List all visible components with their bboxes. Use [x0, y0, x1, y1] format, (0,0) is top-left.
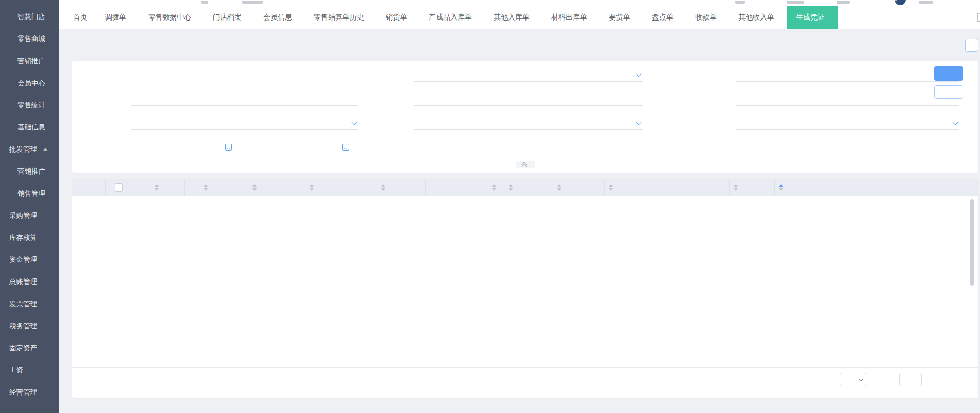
sidebar-item[interactable]: 智慧门店 — [0, 6, 59, 28]
sidebar-item[interactable]: 工资 — [0, 359, 59, 381]
per-page-select[interactable] — [840, 373, 866, 386]
column-header-code[interactable] — [343, 179, 426, 196]
sidebar-item-label: 智慧门店 — [17, 12, 45, 22]
tab[interactable]: 会员信息 — [255, 6, 305, 29]
project-picker[interactable] — [736, 68, 959, 82]
tab-label: 产成品入库单 — [429, 13, 472, 22]
sort-icon — [734, 184, 738, 191]
chevron-down-icon — [351, 119, 357, 125]
sidebar-item[interactable]: 经营管理 — [0, 381, 59, 403]
goods-picker[interactable] — [736, 92, 959, 106]
select-all-checkbox[interactable] — [106, 179, 132, 196]
sidebar-item-label: 会员中心 — [17, 79, 45, 88]
sidebar-item[interactable]: 批发管理 — [0, 138, 59, 160]
avatar[interactable] — [895, 0, 906, 5]
column-settings-button[interactable] — [72, 179, 106, 196]
column-header-merge[interactable] — [132, 179, 185, 196]
sidebar-item-label: 基础信息 — [17, 123, 45, 132]
service-icon[interactable] — [837, 1, 850, 4]
tab[interactable]: 门店档案 — [204, 6, 255, 29]
sidebar-item[interactable]: 采购管理 — [0, 204, 59, 227]
collapse-filters-button[interactable] — [516, 161, 535, 168]
app-download-icon[interactable] — [787, 1, 804, 4]
page-number-input[interactable] — [899, 373, 922, 386]
sidebar-item[interactable]: 基础信息 — [0, 116, 59, 138]
sidebar-item-label: 零售商城 — [17, 34, 45, 44]
tab-label: 要货单 — [609, 13, 630, 22]
column-header-docdate[interactable] — [775, 179, 978, 196]
sidebar-item[interactable]: 库存核算 — [0, 227, 59, 249]
employee-picker[interactable] — [131, 92, 358, 106]
doc-date-to-input[interactable] — [248, 141, 351, 154]
sidebar: 智慧门店 零售商城 营销推广 会员中心 零售统计 基础信息 批发管理 营销推广 … — [0, 0, 59, 413]
settings-button[interactable] — [934, 85, 963, 99]
sort-icon — [557, 184, 561, 191]
sidebar-item[interactable]: 销售管理 — [0, 182, 59, 204]
table-header — [72, 179, 978, 196]
sidebar-item[interactable]: 零售统计 — [0, 94, 59, 116]
tab[interactable]: 要货单 — [600, 6, 643, 29]
tab[interactable]: 生成凭证 — [787, 6, 838, 29]
tab[interactable]: 零售数据中心 — [139, 6, 204, 29]
tab-label: 生成凭证 — [796, 13, 825, 22]
writeoff-detail-select[interactable] — [131, 117, 358, 130]
toolbar-icon — [242, 1, 263, 4]
tab[interactable]: 其他收入单 — [730, 6, 787, 29]
tab[interactable]: 其他入库单 — [485, 6, 542, 29]
sort-icon — [310, 184, 314, 191]
doc-date-from-input[interactable] — [131, 141, 233, 154]
warehouse-picker[interactable] — [414, 92, 643, 106]
divider — [947, 12, 947, 23]
doc-type-select[interactable] — [414, 68, 643, 82]
column-header-dept[interactable] — [553, 179, 605, 196]
chevron-down-icon — [636, 71, 641, 77]
sidebar-item[interactable]: 会员中心 — [0, 72, 59, 94]
sidebar-item[interactable]: 税务管理 — [0, 315, 59, 337]
chevrons-up-icon — [522, 163, 526, 166]
column-header-biztype[interactable] — [730, 179, 775, 196]
sidebar-item[interactable]: 总账管理 — [0, 271, 59, 293]
checkbox-icon — [115, 183, 123, 192]
sort-icon — [252, 184, 257, 191]
toolbar-icon — [201, 1, 208, 4]
sidebar-item[interactable]: 资金管理 — [0, 249, 59, 271]
tab[interactable]: 首页 — [64, 6, 96, 29]
doc-date-range — [131, 141, 358, 154]
tab-label: 其他收入单 — [738, 13, 774, 22]
column-header-amount[interactable] — [426, 179, 504, 196]
sidebar-item[interactable]: 零售商城 — [0, 28, 59, 50]
tab-label: 调拨单 — [105, 13, 126, 22]
sort-icon — [492, 184, 496, 191]
column-header-writeoff[interactable] — [504, 179, 553, 196]
zero-amount-select[interactable] — [736, 117, 959, 130]
sidebar-item[interactable]: 营销推广 — [0, 160, 59, 182]
tab-label: 盘点单 — [652, 13, 674, 22]
sort-icon — [155, 184, 159, 191]
tab-label: 材料出库单 — [551, 13, 587, 22]
tab-label: 首页 — [73, 13, 87, 22]
column-header-partner[interactable] — [605, 179, 730, 196]
tab[interactable]: 调拨单 — [96, 6, 139, 29]
generate-voucher-button[interactable] — [965, 39, 978, 52]
pagination-bar — [72, 367, 978, 391]
tab[interactable]: 产成品入库单 — [420, 6, 485, 29]
sidebar-item[interactable]: 营销推广 — [0, 50, 59, 72]
sidebar-item-label: 营销推广 — [17, 167, 45, 176]
query-button[interactable] — [934, 66, 963, 81]
tab[interactable]: 材料出库单 — [542, 6, 600, 29]
message-icon[interactable] — [735, 1, 745, 4]
column-header-bookdate[interactable] — [282, 179, 343, 196]
tab[interactable]: 销货单 — [377, 6, 420, 29]
column-header-source[interactable] — [229, 179, 282, 196]
column-header-note[interactable] — [185, 179, 229, 196]
search-input[interactable] — [68, 5, 217, 5]
tab[interactable]: 收款单 — [686, 6, 730, 29]
sidebar-item[interactable]: 固定资产 — [0, 337, 59, 359]
tab[interactable]: 零售结算单历史 — [305, 6, 377, 29]
sort-icon — [204, 184, 208, 191]
sidebar-item[interactable]: 发票管理 — [0, 293, 59, 315]
vertical-scrollbar[interactable] — [970, 199, 974, 286]
tab[interactable]: 盘点单 — [643, 6, 686, 29]
tab-label: 其他入库单 — [494, 13, 530, 22]
business-type-select[interactable] — [414, 117, 643, 130]
